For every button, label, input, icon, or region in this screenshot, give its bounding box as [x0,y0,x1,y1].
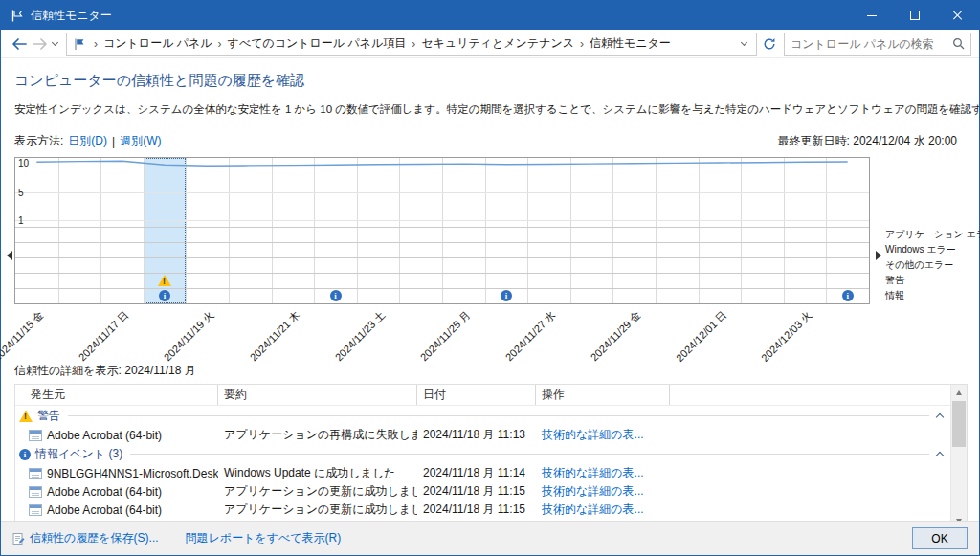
close-button[interactable] [936,1,979,30]
group-row[interactable]: i情報イベント (3) [15,444,967,464]
view-mode-separator: | [112,135,115,148]
minimize-button[interactable] [850,1,893,30]
view-daily-link[interactable]: 日別(D) [68,133,107,149]
x-axis-date-label: 2024/11/27 水 [502,308,559,365]
chart-row-label: 警告 [885,273,980,288]
group-divider [68,415,929,416]
chart-row-separator [15,288,869,289]
application-icon [29,430,42,441]
view-all-reports-link[interactable]: 問題レポートをすべて表示(R) [186,530,342,546]
chart-row-labels: アプリケーション エラーWindows エラーその他のエラー警告情報 [885,227,980,303]
chart-row-separator [15,227,869,228]
left-triangle-icon [7,251,12,260]
chart-row-label: 情報 [885,288,980,303]
view-mode-row: 表示方法: 日別(D) | 週別(W) 最終更新日時: 2024/12/04 水… [14,133,979,149]
reliability-monitor-window: 信頼性モニター ›コントロール パネル›すべてのコントロール パネル項目›セキュ… [0,0,980,556]
chart-scroll-left-button[interactable] [5,249,14,262]
page-description: 安定性インデックスは、システムの全体的な安定性を 1 から 10 の数値で評価し… [14,102,979,117]
info-marker-icon[interactable]: i [501,290,512,301]
table-row[interactable]: Adobe Acrobat (64-bit)アプリケーションの再構成に失敗しまし… [15,426,967,444]
scrollbar-up-button[interactable] [951,385,967,400]
column-header-2[interactable]: 日付 [417,385,536,405]
warning-marker-icon[interactable] [158,275,171,286]
close-icon [952,10,964,21]
chart-row-separator [15,273,869,274]
back-button[interactable] [9,37,30,51]
save-history-icon [12,532,25,545]
chart-row-label: アプリケーション エラー [885,227,980,242]
breadcrumb-separator: › [412,37,415,51]
collapse-chevron-icon[interactable] [936,452,944,459]
breadcrumb-separator: › [580,37,584,51]
details-header-row: 発生元要約日付操作 [15,385,967,406]
save-history-link[interactable]: 信頼性の履歴を保存(S)... [30,530,159,546]
search-box[interactable] [784,33,971,56]
window-titlebar: 信頼性モニター [1,1,979,30]
group-row[interactable]: 警告 [15,406,967,426]
ok-button[interactable]: OK [912,527,968,549]
page-title: コンピューターの信頼性と問題の履歴を確認 [14,72,979,90]
breadcrumb-item[interactable]: セキュリティとメンテナンス [421,35,574,52]
breadcrumb-item[interactable]: コントロール パネル [103,35,212,52]
source-cell: Adobe Acrobat (64-bit) [15,485,218,499]
x-axis-date-label: 2024/11/17 日 [76,308,132,365]
technical-details-link[interactable]: 技術的な詳細の表... [536,427,670,443]
search-icon[interactable] [952,37,965,50]
summary-cell: アプリケーションの更新に成功しました [218,483,417,500]
navigation-toolbar: ›コントロール パネル›すべてのコントロール パネル項目›セキュリティとメンテナ… [1,30,979,58]
source-text: Adobe Acrobat (64-bit) [47,503,162,517]
info-marker-icon[interactable]: i [330,290,342,301]
window-title: 信頼性モニター [31,8,112,24]
column-header-1[interactable]: 要約 [218,385,417,405]
address-bar[interactable]: ›コントロール パネル›すべてのコントロール パネル項目›セキュリティとメンテナ… [66,33,757,56]
address-dropdown-icon[interactable] [741,39,747,46]
date-cell: 2024/11/18 月 11:13 [417,427,536,443]
refresh-button[interactable] [757,37,782,51]
details-table: 発生元要約日付操作 警告Adobe Acrobat (64-bit)アプリケーシ… [14,384,968,529]
breadcrumb: ›コントロール パネル›すべてのコントロール パネル項目›セキュリティとメンテナ… [88,35,671,52]
table-row[interactable]: Adobe Acrobat (64-bit)アプリケーションの更新に成功しました… [15,500,967,519]
x-axis-date-label: 2024/11/15 金 [0,308,47,365]
breadcrumb-item[interactable]: すべてのコントロール パネル項目 [228,35,407,52]
details-body: 警告Adobe Acrobat (64-bit)アプリケーションの再構成に失敗し… [15,406,967,519]
view-weekly-link[interactable]: 週別(W) [120,133,161,149]
forward-button[interactable] [30,37,51,51]
info-icon: i [19,449,31,460]
scrollbar-thumb[interactable] [952,401,966,447]
breadcrumb-flag-icon [73,37,86,51]
info-marker-icon[interactable]: i [159,290,170,301]
table-row[interactable]: Adobe Acrobat (64-bit)アプリケーションの更新に成功しました… [15,482,967,500]
maximize-button[interactable] [893,1,936,30]
breadcrumb-item[interactable]: 信頼性モニター [590,35,671,52]
source-text: Adobe Acrobat (64-bit) [47,485,162,499]
chart-row-separator [15,257,869,258]
column-header-0[interactable]: 発生元 [15,385,218,405]
technical-details-link[interactable]: 技術的な詳細の表... [536,465,670,481]
recent-pages-chevron-icon[interactable] [52,39,58,46]
chart-date-labels: 2024/11/15 金2024/11/17 日2024/11/19 火2024… [5,308,980,360]
chart-row-label: その他のエラー [885,257,980,273]
chart-scroll-right-button[interactable] [874,249,883,262]
info-marker-icon[interactable]: i [842,290,854,301]
view-mode-label: 表示方法: [14,133,63,149]
details-scrollbar[interactable] [950,385,967,528]
group-label: 警告 [37,408,60,424]
table-row[interactable]: 9NBLGGH4NNS1-Microsoft.Deskt...Windows U… [15,464,967,482]
technical-details-link[interactable]: 技術的な詳細の表... [536,501,670,518]
x-axis-date-label: 2024/11/29 金 [588,308,644,365]
minimize-icon [867,15,877,16]
reliability-chart[interactable]: 1051iiii [14,157,870,304]
search-input[interactable] [791,37,952,51]
right-triangle-icon [876,251,881,260]
x-axis-date-label: 2024/11/19 火 [161,308,217,365]
source-cell: Adobe Acrobat (64-bit) [15,503,218,517]
summary-cell: Windows Update に成功しました [218,465,417,481]
breadcrumb-separator: › [94,37,98,51]
column-header-3[interactable]: 操作 [536,385,670,405]
x-axis-date-label: 2024/12/01 日 [673,308,729,365]
x-axis-date-label: 2024/11/23 土 [332,308,389,365]
technical-details-link[interactable]: 技術的な詳細の表... [536,483,670,500]
source-cell: Adobe Acrobat (64-bit) [15,429,218,442]
application-icon [29,468,42,479]
collapse-chevron-icon[interactable] [936,413,944,421]
